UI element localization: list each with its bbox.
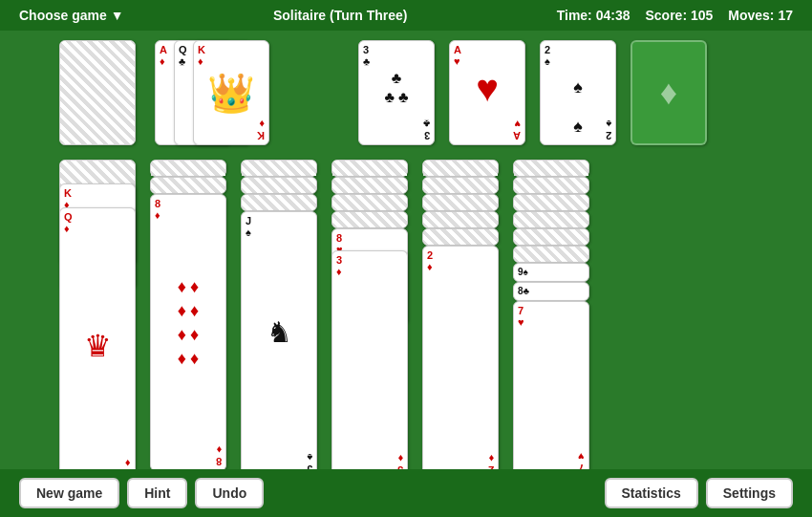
tableau-3-back-2	[241, 177, 317, 194]
tableau-6-7hearts[interactable]: 7 7	[513, 301, 589, 478]
foundation-1-3clubs[interactable]: 3 3 ♣ ♣♣	[358, 40, 435, 145]
tableau-3-back-3	[241, 194, 317, 211]
bottom-left-buttons: New game Hint Undo	[19, 478, 264, 508]
tableau-6-8clubs[interactable]: 8	[513, 282, 589, 301]
card-area: A A Q Q K K 👑 3 3 ♣ ♣♣ A A ♥	[0, 31, 812, 469]
tableau-6-9spades[interactable]: 9	[513, 263, 589, 282]
tableau-4-back-1	[331, 160, 408, 177]
foundation-2-ace-hearts[interactable]: A A ♥	[449, 40, 525, 145]
waste-card-king-diamonds[interactable]: K K 👑	[193, 40, 269, 145]
bottom-bar: New game Hint Undo Statistics Settings	[0, 469, 812, 517]
stock-pile[interactable]	[59, 40, 136, 145]
tableau-6-back-5	[513, 228, 589, 246]
dropdown-arrow-icon: ▼	[111, 8, 124, 23]
game-title: Solitaire (Turn Three)	[273, 8, 408, 23]
moves-label: Moves: 17	[728, 8, 793, 23]
score-label: Score: 105	[645, 8, 713, 23]
header: Choose game ▼ Solitaire (Turn Three) Tim…	[0, 0, 812, 31]
tableau-5-back-2	[422, 177, 499, 194]
foundation-3-2spades[interactable]: 2 2 ♠ ♠	[540, 40, 616, 145]
tableau-2-back-1	[150, 160, 226, 177]
tableau-5-back-3	[422, 194, 499, 211]
tableau-5-back-5	[422, 228, 499, 246]
tableau-6-back-4	[513, 211, 589, 228]
stats-bar: Time: 04:38 Score: 105 Moves: 17	[557, 8, 793, 23]
tableau-3-back-1	[241, 160, 317, 177]
settings-button[interactable]: Settings	[706, 478, 793, 508]
tableau-2-8diamonds[interactable]: 8 8 ♦♦ ♦♦ ♦♦ ♦♦	[150, 194, 226, 471]
tableau-1-queen-diamonds[interactable]: Q Q ♛	[59, 207, 136, 485]
new-game-button[interactable]: New game	[19, 478, 119, 508]
tableau-5-2diamonds[interactable]: 2 2	[422, 246, 499, 480]
tableau-3-jack-spades[interactable]: J J ♞	[241, 211, 317, 479]
tableau-6-back-1	[513, 160, 589, 177]
tableau-6-back-6	[513, 246, 589, 263]
hint-button[interactable]: Hint	[127, 478, 187, 508]
tableau-5-back-4	[422, 211, 499, 228]
foundation-4-empty[interactable]: ♦	[630, 40, 707, 145]
tableau-6-back-3	[513, 194, 589, 211]
choose-game-menu[interactable]: Choose game ▼	[19, 8, 124, 23]
tableau-4-3diamonds[interactable]: 3 3	[331, 250, 408, 480]
tableau-4-back-4	[331, 211, 408, 228]
tableau-4-back-2	[331, 177, 408, 194]
bottom-right-buttons: Statistics Settings	[605, 478, 793, 508]
choose-game-label: Choose game	[19, 8, 107, 23]
tableau-5-back-1	[422, 160, 499, 177]
tableau-6-back-2	[513, 177, 589, 194]
tableau-4-back-3	[331, 194, 408, 211]
game-area: Choose game ▼ Solitaire (Turn Three) Tim…	[0, 0, 812, 517]
timer-label: Time: 04:38	[557, 8, 630, 23]
undo-button[interactable]: Undo	[195, 478, 264, 508]
tableau-2-back-2	[150, 177, 226, 194]
statistics-button[interactable]: Statistics	[605, 478, 698, 508]
